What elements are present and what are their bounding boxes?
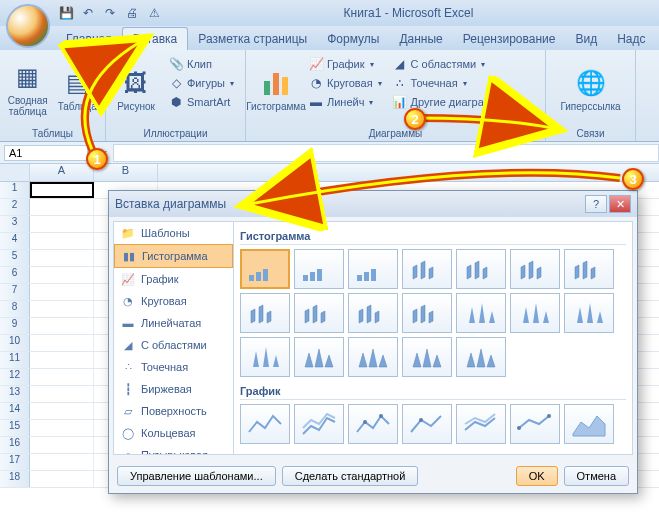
row-header[interactable]: 3 — [0, 216, 30, 232]
side-scatter[interactable]: ∴Точечная — [114, 356, 233, 378]
bar-chart-button[interactable]: ▬Линейч▾ — [305, 93, 385, 111]
cell[interactable] — [30, 182, 94, 198]
redo-icon[interactable]: ↷ — [102, 5, 118, 21]
cell[interactable] — [30, 284, 94, 300]
cell[interactable] — [30, 318, 94, 334]
pie-chart-button[interactable]: ◔Круговая▾ — [305, 74, 385, 92]
chart-thumb[interactable] — [240, 249, 290, 289]
row-header[interactable]: 1 — [0, 182, 30, 198]
chart-thumb[interactable] — [564, 404, 614, 444]
cell[interactable] — [30, 335, 94, 351]
row-header[interactable]: 7 — [0, 284, 30, 300]
clip-button[interactable]: 📎Клип — [165, 55, 237, 73]
row-header[interactable]: 6 — [0, 267, 30, 283]
cell[interactable] — [30, 386, 94, 402]
scatter-chart-button[interactable]: ∴Точечная▾ — [389, 74, 519, 92]
tab-formulas[interactable]: Формулы — [317, 28, 389, 50]
chart-thumb[interactable] — [456, 404, 506, 444]
tab-home[interactable]: Главная — [56, 28, 122, 50]
chart-thumb[interactable] — [402, 404, 452, 444]
tab-addins[interactable]: Надс — [607, 28, 655, 50]
picture-button[interactable]: 🖼 Рисунок — [111, 53, 161, 125]
side-bar[interactable]: ▬Линейчатая — [114, 312, 233, 334]
chart-thumb[interactable] — [294, 293, 344, 333]
chart-thumb[interactable] — [348, 404, 398, 444]
side-templates[interactable]: 📁Шаблоны — [114, 222, 233, 244]
side-bubble[interactable]: ○Пузырьковая — [114, 444, 233, 454]
smartart-button[interactable]: ⬢SmartArt — [165, 93, 237, 111]
row-header[interactable]: 16 — [0, 437, 30, 453]
row-header[interactable]: 13 — [0, 386, 30, 402]
chart-thumb[interactable] — [294, 249, 344, 289]
ok-button[interactable]: OK — [516, 466, 558, 486]
side-line[interactable]: 📈График — [114, 268, 233, 290]
cancel-button[interactable]: Отмена — [564, 466, 629, 486]
row-header[interactable]: 11 — [0, 352, 30, 368]
cell[interactable] — [30, 233, 94, 249]
side-area[interactable]: ◢С областями — [114, 334, 233, 356]
side-doughnut[interactable]: ◯Кольцевая — [114, 422, 233, 444]
histogram-button[interactable]: Гистограмма — [251, 53, 301, 125]
row-header[interactable]: 14 — [0, 403, 30, 419]
row-header[interactable]: 9 — [0, 318, 30, 334]
other-charts-button[interactable]: 📊Другие диаграммы▾ — [389, 93, 519, 111]
cell[interactable] — [30, 437, 94, 453]
cell[interactable] — [30, 267, 94, 283]
row-header[interactable]: 12 — [0, 369, 30, 385]
cell[interactable] — [30, 199, 94, 215]
select-all-corner[interactable] — [0, 164, 30, 181]
dialog-titlebar[interactable]: Вставка диаграммы ? ✕ — [109, 191, 637, 217]
side-pie[interactable]: ◔Круговая — [114, 290, 233, 312]
cell[interactable] — [30, 216, 94, 232]
name-box[interactable]: A1 — [4, 145, 88, 161]
cell[interactable] — [30, 352, 94, 368]
chart-thumb[interactable] — [294, 404, 344, 444]
hyperlink-button[interactable]: 🌐 Гиперссылка — [551, 53, 630, 125]
cell[interactable] — [30, 301, 94, 317]
tab-layout[interactable]: Разметка страницы — [188, 28, 317, 50]
row-header[interactable]: 15 — [0, 420, 30, 436]
chart-thumb[interactable] — [348, 249, 398, 289]
tab-review[interactable]: Рецензирование — [453, 28, 566, 50]
print-icon[interactable]: 🖨 — [124, 5, 140, 21]
tab-insert[interactable]: Вставка — [122, 27, 189, 50]
cell[interactable] — [30, 454, 94, 470]
chart-thumb[interactable] — [510, 249, 560, 289]
chart-thumb[interactable] — [402, 337, 452, 377]
chart-thumb[interactable] — [294, 337, 344, 377]
row-header[interactable]: 5 — [0, 250, 30, 266]
row-header[interactable]: 10 — [0, 335, 30, 351]
office-button[interactable] — [6, 4, 50, 48]
manage-templates-button[interactable]: Управление шаблонами... — [117, 466, 276, 486]
save-icon[interactable]: 💾 — [58, 5, 74, 21]
chart-thumb[interactable] — [402, 293, 452, 333]
chart-thumb[interactable] — [240, 337, 290, 377]
chart-thumb[interactable] — [456, 249, 506, 289]
cell[interactable] — [30, 403, 94, 419]
cell[interactable] — [30, 471, 94, 487]
side-stock[interactable]: ┇Биржевая — [114, 378, 233, 400]
formula-input[interactable] — [113, 144, 659, 162]
chart-thumb[interactable] — [240, 293, 290, 333]
cell[interactable] — [30, 369, 94, 385]
row-header[interactable]: 4 — [0, 233, 30, 249]
close-button[interactable]: ✕ — [609, 195, 631, 213]
chart-thumb[interactable] — [510, 293, 560, 333]
chart-thumb[interactable] — [456, 293, 506, 333]
make-default-button[interactable]: Сделать стандартной — [282, 466, 419, 486]
cell[interactable] — [30, 420, 94, 436]
pivot-table-button[interactable]: ▦ Сводная таблица — [5, 53, 51, 125]
row-header[interactable]: 2 — [0, 199, 30, 215]
chart-thumb[interactable] — [402, 249, 452, 289]
chart-thumb[interactable] — [564, 249, 614, 289]
shapes-button[interactable]: ◇Фигуры▾ — [165, 74, 237, 92]
cell[interactable] — [30, 250, 94, 266]
chart-thumb[interactable] — [510, 404, 560, 444]
chart-thumb[interactable] — [348, 293, 398, 333]
row-header[interactable]: 18 — [0, 471, 30, 487]
table-button[interactable]: ▤ Таблица — [55, 53, 101, 125]
area-chart-button[interactable]: ◢С областями▾ — [389, 55, 519, 73]
chart-thumb[interactable] — [348, 337, 398, 377]
chart-thumb[interactable] — [456, 337, 506, 377]
tab-data[interactable]: Данные — [389, 28, 452, 50]
